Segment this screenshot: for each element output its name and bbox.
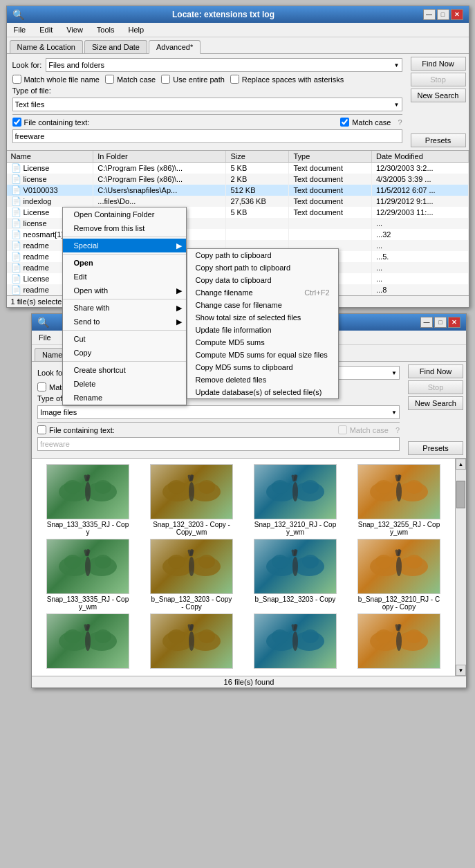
match-whole-checkbox-2[interactable] [37, 382, 46, 391]
match-case-inner-checkbox-2[interactable] [338, 425, 347, 434]
replace-spaces-checkbox[interactable] [230, 75, 239, 84]
table-row[interactable]: 📄indexlog ...files\Do... 27,536 KB Text … [7, 196, 469, 207]
sub-copy-data[interactable]: Copy data to clipboard [187, 274, 338, 286]
ctx-rename[interactable]: Rename [63, 391, 186, 405]
match-case-inner-label-2[interactable]: Match case [338, 425, 389, 434]
use-entire-path-checkbox[interactable] [161, 75, 170, 84]
ctx-copy[interactable]: Copy [63, 346, 186, 360]
stop-button-2[interactable]: Stop [408, 380, 463, 394]
use-entire-path-label[interactable]: Use entire path [161, 75, 225, 84]
type-of-file-select-2[interactable]: Image files [37, 405, 400, 419]
thumbnail-item[interactable]: b_Snap_132_3210_RJ - Copy - Copy [348, 539, 449, 611]
tab-advanced-1[interactable]: Advanced* [149, 40, 201, 54]
search-text-input[interactable] [12, 129, 402, 143]
menu-file-2[interactable]: File [35, 332, 55, 343]
sub-compute-md5[interactable]: Compute MD5 sums [187, 336, 338, 349]
sub-copy-path[interactable]: Copy path to clipboard [187, 249, 338, 261]
match-whole-label[interactable]: Match whole file name [12, 75, 100, 84]
ctx-open[interactable]: Open [63, 256, 186, 270]
sub-change-filename[interactable]: Change filename Ctrl+F2 [187, 286, 338, 299]
close-button-2[interactable]: ✕ [448, 317, 460, 328]
sub-update-file-info[interactable]: Update file information [187, 324, 338, 336]
col-folder[interactable]: In Folder [93, 151, 226, 163]
replace-spaces-label[interactable]: Replace spaces with asterisks [230, 75, 344, 84]
ctx-special[interactable]: Special [63, 239, 186, 252]
col-name[interactable]: Name [7, 151, 93, 163]
thumbnail-item[interactable]: Snap_133_3335_RJ - Copy [37, 464, 138, 536]
ctx-open-with[interactable]: Open with [63, 284, 186, 297]
tab-size-date-1[interactable]: Size and Date [84, 40, 147, 53]
match-case-checkbox-1[interactable] [105, 75, 114, 84]
window-controls-1[interactable]: — □ ✕ [423, 9, 463, 20]
minimize-button-2[interactable]: — [420, 317, 433, 328]
new-search-button-2[interactable]: New Search [408, 396, 463, 410]
sub-change-case[interactable]: Change case for filename [187, 299, 338, 311]
scroll-thumb[interactable] [456, 481, 465, 508]
stop-button-1[interactable]: Stop [411, 73, 466, 86]
sub-copy-md5[interactable]: Copy MD5 sums to clipboard [187, 361, 338, 373]
ctx-cut[interactable]: Cut [63, 332, 186, 346]
thumbnail-item[interactable] [141, 613, 242, 670]
menu-view-1[interactable]: View [62, 24, 87, 35]
table-row[interactable]: 📄license C:\Program Files (x86)\... 2 KB… [7, 174, 469, 185]
sub-compute-md5-equal[interactable]: Compute MD5 sums for equal size files [187, 349, 338, 361]
menu-file-1[interactable]: File [10, 24, 30, 35]
scrollbar-2[interactable]: ▲ ▼ [455, 459, 466, 676]
file-containing-label-2[interactable]: File containing text: [37, 425, 115, 434]
thumbnail-item[interactable] [245, 613, 346, 670]
sub-update-db[interactable]: Update database(s) of selected file(s) [187, 386, 338, 398]
menu-edit-1[interactable]: Edit [35, 24, 57, 35]
match-case-label-1[interactable]: Match case [105, 75, 156, 84]
scroll-down[interactable]: ▼ [456, 665, 466, 676]
sub-remove-deleted[interactable]: Remove deleted files [187, 373, 338, 386]
ctx-remove-list[interactable]: Remove from this list [63, 221, 186, 235]
col-size[interactable]: Size [226, 151, 289, 163]
ctx-edit[interactable]: Edit [63, 270, 186, 284]
thumbnail-item[interactable]: Snap_132_3255_RJ - Copy_wm [348, 464, 449, 536]
new-search-button-1[interactable]: New Search [411, 89, 466, 102]
minimize-button-1[interactable]: — [423, 9, 436, 20]
thumbnail-item[interactable]: Snap_132_3210_RJ - Copy_wm [245, 464, 346, 536]
table-row[interactable]: 📄V0100033 C:\Users\snapfiles\Ap... 512 K… [7, 185, 469, 196]
ctx-delete[interactable]: Delete [63, 377, 186, 391]
menu-tools-1[interactable]: Tools [93, 24, 119, 35]
col-date[interactable]: Date Modified [371, 151, 468, 163]
close-button-1[interactable]: ✕ [451, 9, 463, 20]
thumbnail-item[interactable]: Snap_132_3203 - Copy - Copy_wm [141, 464, 242, 536]
cell-type [289, 229, 372, 240]
search-text-input-2[interactable] [37, 437, 400, 451]
thumbnail-item[interactable] [37, 613, 138, 670]
menu-help-1[interactable]: Help [124, 24, 149, 35]
match-whole-checkbox[interactable] [12, 75, 21, 84]
file-containing-checkbox[interactable] [12, 118, 21, 127]
thumbnail-item[interactable]: b_Snap_132_3203 - Copy [245, 539, 346, 611]
maximize-button-1[interactable]: □ [437, 9, 449, 20]
presets-button-2[interactable]: Presets [408, 441, 463, 455]
type-of-file-select[interactable]: Text files [12, 98, 402, 111]
window-controls-2[interactable]: — □ ✕ [420, 317, 460, 328]
match-case-inner-checkbox[interactable] [340, 118, 349, 127]
scroll-up[interactable]: ▲ [456, 459, 466, 470]
ctx-open-containing[interactable]: Open Containing Folder [63, 207, 186, 221]
thumbnail-item[interactable] [348, 613, 449, 670]
maximize-button-2[interactable]: □ [434, 317, 447, 328]
file-containing-label[interactable]: File containing text: [12, 118, 90, 127]
look-for-select[interactable]: Files and folders [46, 58, 402, 72]
match-case-inner-label[interactable]: Match case [340, 118, 391, 127]
ctx-share-with[interactable]: Share with [63, 301, 186, 315]
thumbnail-item[interactable]: b_Snap_132_3203 - Copy - Copy [141, 539, 242, 611]
ctx-send-to[interactable]: Send to [63, 315, 186, 329]
find-now-button-2[interactable]: Find Now [408, 364, 463, 378]
col-type[interactable]: Type [289, 151, 372, 163]
sub-copy-short-path[interactable]: Copy short path to clipboard [187, 261, 338, 274]
thumbnail-item[interactable]: Snap_133_3335_RJ - Copy_wm [37, 539, 138, 611]
presets-button-1[interactable]: Presets [411, 133, 466, 147]
file-containing-text-2: File containing text: [49, 426, 115, 434]
file-containing-checkbox-2[interactable] [37, 425, 46, 434]
tab-name-location-1[interactable]: Name & Location [10, 40, 83, 53]
svg-point-43 [198, 555, 215, 569]
ctx-create-shortcut[interactable]: Create shortcut [63, 363, 186, 377]
sub-show-total-size[interactable]: Show total size of selected files [187, 311, 338, 324]
table-row[interactable]: 📄License C:\Program Files (x86)\... 5 KB… [7, 163, 469, 174]
find-now-button-1[interactable]: Find Now [411, 57, 466, 71]
